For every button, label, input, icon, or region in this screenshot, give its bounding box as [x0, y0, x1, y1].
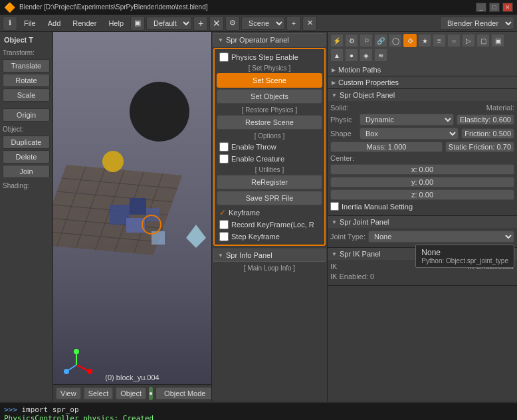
add-scene-icon[interactable]: +	[286, 16, 301, 31]
settings-icon[interactable]: ⚙	[225, 16, 240, 31]
x-value[interactable]: x: 0.00	[330, 164, 514, 175]
physic-dropdown[interactable]: Dynamic	[360, 114, 454, 126]
prop-icon-1[interactable]: ⚙	[345, 34, 358, 47]
viewport-icon[interactable]: ●	[149, 387, 153, 400]
prop-icon-12[interactable]: ▲	[330, 49, 344, 62]
step-keyframe-row[interactable]: Step Keyframe	[217, 231, 322, 243]
spr-joint-header[interactable]: ▼ Spr Joint Panel	[328, 216, 517, 228]
joint-type-label: Joint Type:	[330, 233, 365, 241]
prop-icon-8[interactable]: ○	[447, 34, 461, 47]
main-content: Object T Transform: Translate Rotate Sca…	[0, 32, 517, 401]
motion-paths-header[interactable]: ▶ Motion Paths	[328, 64, 517, 76]
object-label-viewport: (0) block_yu.004	[105, 373, 159, 381]
console-line-1: >>> import spr_op	[4, 405, 513, 414]
view-menu-viewport[interactable]: View	[56, 387, 81, 399]
prop-icon-11[interactable]: ▣	[491, 34, 504, 47]
inertia-row: Inertia Manual Setting	[330, 202, 514, 211]
prop-icon-14[interactable]: ◈	[360, 49, 373, 62]
custom-properties-header[interactable]: ▶ Custom Properties	[328, 76, 517, 88]
enable-creature-checkbox[interactable]	[219, 154, 229, 163]
restore-scene-button[interactable]: Restore Scene	[217, 115, 322, 130]
enable-creature-label: Enable Creature	[231, 155, 284, 163]
close-button[interactable]: ✕	[502, 3, 513, 12]
prop-icon-6[interactable]: ★	[418, 34, 431, 47]
set-objects-button[interactable]: Set Objects	[217, 89, 322, 104]
physics-step-enable-row[interactable]: Physics Step Enable	[217, 51, 322, 63]
ik-label: IK	[330, 262, 357, 270]
svg-point-12	[102, 151, 124, 172]
friction-value[interactable]: Friction: 0.500	[461, 128, 514, 139]
spr-joint-content: Joint Type: None None Python: Object.spr…	[328, 228, 517, 247]
scale-button[interactable]: Scale	[3, 88, 50, 102]
maximize-button[interactable]: □	[489, 3, 500, 12]
static-friction-value[interactable]: Static Friction: 0.70	[445, 142, 514, 152]
y-value[interactable]: y: 0.00	[330, 177, 514, 187]
prop-icon-13[interactable]: ●	[345, 49, 358, 62]
layout-selector[interactable]: Default	[146, 17, 192, 30]
object-menu-viewport[interactable]: Object	[116, 387, 146, 399]
save-spr-button[interactable]: Save SPR File	[217, 191, 322, 205]
spr-operator-panel: ▼ Spr Operator Panel Physics Step Enable…	[211, 32, 328, 401]
prop-icon-4[interactable]: ◯	[389, 34, 402, 47]
delete-button[interactable]: Delete	[3, 150, 50, 163]
scene-selector[interactable]: Scene	[241, 17, 285, 30]
duplicate-button[interactable]: Duplicate	[3, 136, 50, 149]
set-scene-button[interactable]: Set Scene	[217, 73, 322, 88]
inertia-checkbox[interactable]	[330, 202, 339, 211]
step-keyframe-checkbox[interactable]	[219, 232, 229, 241]
info-icon[interactable]: ℹ	[3, 16, 17, 31]
enable-throw-checkbox[interactable]	[219, 142, 229, 152]
enable-creature-row[interactable]: Enable Creature	[217, 153, 322, 165]
prop-icon-10[interactable]: ▢	[476, 34, 490, 47]
z-value[interactable]: z: 0.00	[330, 189, 514, 200]
remove-scene-icon[interactable]: ✕	[302, 16, 317, 31]
joint-type-dropdown[interactable]: None	[368, 231, 514, 243]
remove-layout-icon[interactable]: ✕	[209, 16, 224, 31]
record-keyframe-checkbox[interactable]	[219, 220, 229, 229]
select-menu-viewport[interactable]: Select	[84, 387, 114, 399]
keyframe-check-icon: ✓	[219, 208, 226, 217]
add-layout-icon[interactable]: +	[193, 16, 208, 31]
join-button[interactable]: Join	[3, 165, 50, 178]
solid-material-row: Solid: Material:	[330, 104, 514, 112]
enable-throw-row[interactable]: Enable Throw	[217, 141, 322, 153]
rotate-button[interactable]: Rotate	[3, 74, 50, 87]
prop-icon-9[interactable]: ▷	[462, 34, 475, 47]
translate-button[interactable]: Translate	[3, 59, 50, 72]
viewport: User Ortho	[53, 32, 211, 401]
elasticity-value[interactable]: Elasticity: 0.600	[457, 114, 514, 125]
reregister-button[interactable]: ReRegister	[217, 175, 322, 189]
mass-value[interactable]: Mass: 1.000	[330, 142, 443, 152]
prop-icon-5[interactable]: ⚙	[403, 34, 417, 47]
spr-operator-header[interactable]: ▼ Spr Operator Panel	[213, 33, 326, 47]
keyframe-row[interactable]: ✓ Keyframe	[217, 207, 322, 219]
add-menu[interactable]: Add	[43, 18, 66, 29]
spr-info-header[interactable]: ▼ Spr Info Panel	[213, 249, 326, 262]
render-engine-selector[interactable]: Blender Render	[440, 17, 514, 30]
help-menu[interactable]: Help	[103, 18, 129, 29]
spr-operator-arrow: ▼	[218, 37, 223, 43]
render-menu[interactable]: Render	[67, 18, 102, 29]
record-keyframe-row[interactable]: Record KeyFrame(Loc, R	[217, 219, 322, 231]
layout-icon[interactable]: ▣	[130, 16, 145, 31]
prop-icon-2[interactable]: ⚐	[360, 34, 373, 47]
viewport-scene[interactable]	[53, 32, 211, 401]
physics-step-enable-checkbox[interactable]	[219, 52, 229, 62]
mass-row: Mass: 1.000 Static Friction: 0.70	[330, 142, 514, 152]
record-keyframe-label: Record KeyFrame(Loc, R	[231, 221, 314, 229]
prop-icon-0[interactable]: ⚡	[330, 34, 344, 47]
spr-joint-section: ▼ Spr Joint Panel Joint Type: None None …	[328, 216, 517, 248]
spr-object-panel-header[interactable]: ▼ Spr Object Panel	[328, 89, 517, 101]
prop-icon-3[interactable]: 🔗	[374, 34, 387, 47]
object-mode-selector[interactable]: Object Mode	[155, 387, 211, 400]
prop-icon-7[interactable]: ≡	[433, 34, 446, 47]
file-menu[interactable]: File	[19, 18, 41, 29]
spr-ik-triangle: ▼	[332, 251, 337, 257]
transform-label: Transform:	[3, 47, 50, 58]
viewport-bottom-bar: View Select Object ● Object Mode ⊕ ⊙ ◉ 🔍	[53, 384, 211, 401]
properties-icons: ⚡ ⚙ ⚐ 🔗 ◯ ⚙ ★ ≡ ○ ▷ ▢ ▣ ▲ ● ◈ ≋	[328, 32, 517, 64]
shape-dropdown[interactable]: Box	[360, 128, 459, 140]
prop-icon-15[interactable]: ≋	[374, 49, 387, 62]
origin-button[interactable]: Origin	[3, 108, 50, 122]
minimize-button[interactable]: _	[476, 3, 486, 12]
